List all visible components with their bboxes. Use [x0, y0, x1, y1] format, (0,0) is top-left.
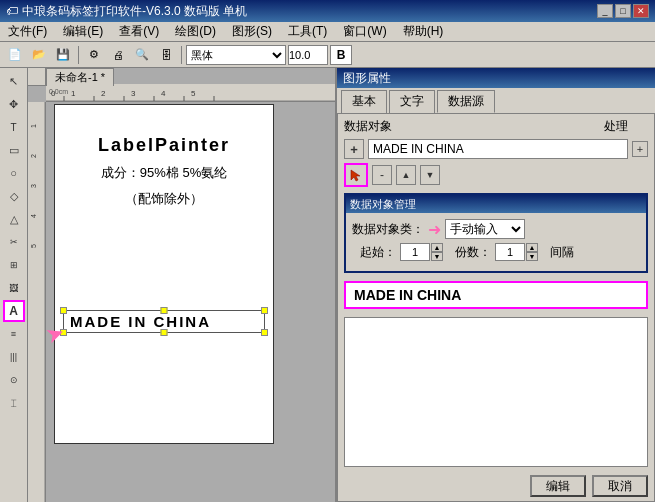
rect-tool[interactable]: ▭	[3, 139, 25, 161]
tab-basic[interactable]: 基本	[341, 90, 387, 113]
start-input[interactable]	[400, 243, 430, 261]
image-tool[interactable]: 🖼	[3, 277, 25, 299]
copies-spin-down[interactable]: ▼	[526, 252, 538, 261]
line-tool[interactable]: ≡	[3, 323, 25, 345]
db-btn[interactable]: 🗄	[155, 44, 177, 66]
made-in-china-container[interactable]: MADE IN CHINA	[63, 310, 265, 333]
handle-tr[interactable]	[261, 307, 268, 314]
label-line2: （配饰除外）	[55, 190, 273, 208]
label-line1: 成分：95%棉 5%氨纶	[55, 164, 273, 182]
side-controls: +	[344, 139, 364, 159]
data-object-input[interactable]	[368, 139, 628, 159]
circle-tool[interactable]: ⊙	[3, 369, 25, 391]
title-bar: 🏷 中琅条码标签打印软件-V6.3.0 数码版 单机 _ □ ✕	[0, 0, 655, 22]
menu-draw[interactable]: 绘图(D)	[171, 22, 220, 41]
app-icon: 🏷	[6, 4, 18, 18]
document-tab[interactable]: 未命名-1 *	[46, 68, 114, 86]
cut-tool[interactable]: ✂	[3, 231, 25, 253]
svg-text:0.0cm: 0.0cm	[49, 88, 68, 95]
svg-text:2: 2	[30, 154, 37, 158]
start-input-wrapper: ▲ ▼	[400, 243, 443, 261]
ruler-corner	[28, 68, 46, 86]
menu-shape[interactable]: 图形(S)	[228, 22, 276, 41]
svg-text:5: 5	[191, 89, 196, 98]
menu-bar: 文件(F) 编辑(E) 查看(V) 绘图(D) 图形(S) 工具(T) 窗口(W…	[0, 22, 655, 42]
text-display-box: MADE IN CHINA	[344, 281, 648, 309]
document-tab-label: 未命名-1 *	[55, 71, 105, 83]
copies-label: 份数：	[455, 244, 491, 261]
menu-window[interactable]: 窗口(W)	[339, 22, 390, 41]
svg-text:3: 3	[30, 184, 37, 188]
special-tool[interactable]: ⌶	[3, 392, 25, 414]
new-btn[interactable]: 📄	[4, 44, 26, 66]
grid-tool[interactable]: ⊞	[3, 254, 25, 276]
start-spin-up[interactable]: ▲	[431, 243, 443, 252]
app-title: 中琅条码标签打印软件-V6.3.0 数码版 单机	[22, 3, 247, 20]
up-btn[interactable]: ▲	[396, 165, 416, 185]
ruler-vertical: 1 2 3 4 5	[28, 102, 46, 502]
text-tool[interactable]: T	[3, 116, 25, 138]
menu-edit[interactable]: 编辑(E)	[59, 22, 107, 41]
sep2	[181, 46, 182, 64]
open-btn[interactable]: 📂	[28, 44, 50, 66]
svg-text:2: 2	[101, 89, 106, 98]
data-object-row: + +	[338, 137, 654, 161]
cancel-button[interactable]: 取消	[592, 475, 648, 497]
canvas-container: 未命名-1 * 0 1 2 3 4 5 0.0cm	[28, 68, 335, 502]
select-tool[interactable]: ↖	[3, 70, 25, 92]
copies-input[interactable]	[495, 243, 525, 261]
right-add-btn[interactable]: +	[632, 141, 648, 157]
move-tool[interactable]: ✥	[3, 93, 25, 115]
start-spin-down[interactable]: ▼	[431, 252, 443, 261]
copies-spin: ▲ ▼	[526, 243, 538, 261]
cursor-btn[interactable]	[344, 163, 368, 187]
minimize-btn[interactable]: _	[597, 4, 613, 18]
bold-button[interactable]: B	[330, 45, 352, 65]
triangle-tool[interactable]: △	[3, 208, 25, 230]
start-row: 起始： ▲ ▼ 份数： ▲	[352, 243, 640, 261]
down-btn[interactable]: ▼	[420, 165, 440, 185]
preview-btn[interactable]: 🔍	[131, 44, 153, 66]
svg-text:4: 4	[30, 214, 37, 218]
handle-tc[interactable]	[161, 307, 168, 314]
bottom-text-area[interactable]	[344, 317, 648, 467]
tab-text[interactable]: 文字	[389, 90, 435, 113]
sep1	[78, 46, 79, 64]
bottom-buttons: 编辑 取消	[338, 471, 654, 501]
font-size-input[interactable]	[288, 45, 328, 65]
copies-spin-up[interactable]: ▲	[526, 243, 538, 252]
menu-help[interactable]: 帮助(H)	[399, 22, 448, 41]
barcode2-tool[interactable]: |||	[3, 346, 25, 368]
diamond-tool[interactable]: ◇	[3, 185, 25, 207]
window-controls: _ □ ✕	[597, 4, 649, 18]
maximize-btn[interactable]: □	[615, 4, 631, 18]
barcode-tool[interactable]: A	[3, 300, 25, 322]
handle-bc[interactable]	[161, 329, 168, 336]
remove-btn[interactable]: -	[372, 165, 392, 185]
ruler-horizontal: 0 1 2 3 4 5 0.0cm	[46, 84, 335, 102]
tab-datasource[interactable]: 数据源	[437, 90, 495, 113]
svg-marker-20	[351, 170, 360, 181]
label-canvas: LabelPainter 成分：95%棉 5%氨纶 （配饰除外） MADE IN…	[54, 104, 274, 444]
menu-file[interactable]: 文件(F)	[4, 22, 51, 41]
handle-br[interactable]	[261, 329, 268, 336]
menu-view[interactable]: 查看(V)	[115, 22, 163, 41]
start-label: 起始：	[360, 244, 396, 261]
dialog-title-bar: 数据对象管理	[346, 195, 646, 213]
print-btn[interactable]: 🖨	[107, 44, 129, 66]
edit-button[interactable]: 编辑	[530, 475, 586, 497]
close-btn[interactable]: ✕	[633, 4, 649, 18]
add-data-object-btn[interactable]: +	[344, 139, 364, 159]
data-type-select[interactable]: 手动输入	[445, 219, 525, 239]
font-name-select[interactable]: 黑体	[186, 45, 286, 65]
settings-btn[interactable]: ⚙	[83, 44, 105, 66]
panel-title: 图形属性	[343, 70, 391, 87]
ellipse-tool[interactable]: ○	[3, 162, 25, 184]
menu-tools[interactable]: 工具(T)	[284, 22, 331, 41]
save-btn[interactable]: 💾	[52, 44, 74, 66]
handle-tl[interactable]	[60, 307, 67, 314]
data-object-header: 数据对象 处理	[338, 114, 654, 137]
processing-label: 处理	[604, 118, 628, 135]
svg-text:1: 1	[30, 124, 37, 128]
svg-text:1: 1	[71, 89, 76, 98]
